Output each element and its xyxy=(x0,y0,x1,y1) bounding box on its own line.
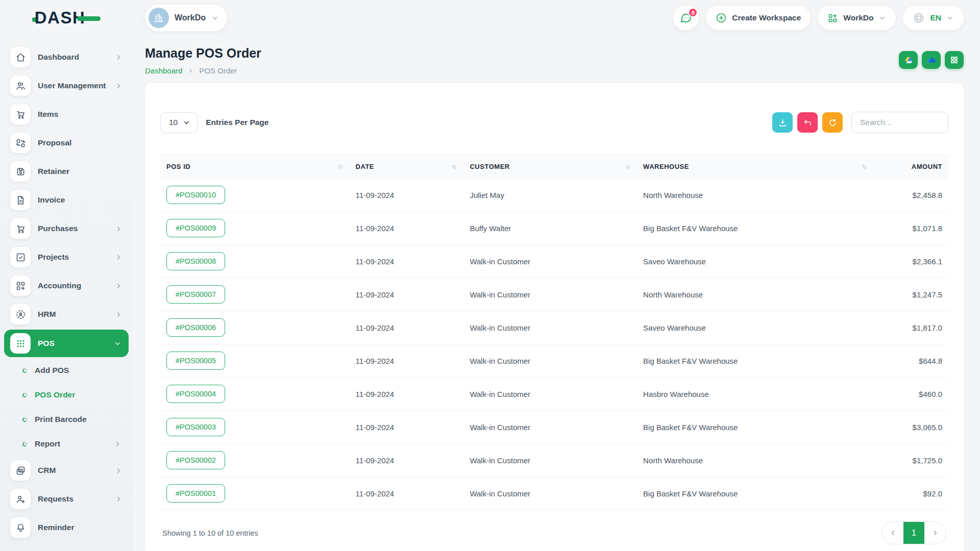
pos-id-link[interactable]: #POS00007 xyxy=(166,285,225,304)
sidebar-item-invoice[interactable]: Invoice xyxy=(0,186,133,214)
column-header-warehouse[interactable]: WAREHOUSE xyxy=(637,155,873,179)
pos-id-cell: #POS00007 xyxy=(160,278,350,311)
onedrive-button[interactable] xyxy=(922,51,941,69)
undo-arrow-icon xyxy=(803,118,813,128)
sidebar-subitem-add-pos[interactable]: Add POS xyxy=(0,358,133,383)
pos-id-link[interactable]: #POS00001 xyxy=(166,484,225,503)
sidebar-subitem-report[interactable]: Report xyxy=(0,432,133,456)
create-workspace-button[interactable]: Create Workspace xyxy=(706,6,811,30)
sidebar-item-proposal[interactable]: Proposal xyxy=(0,129,133,157)
sidebar-item-retainer[interactable]: Retainer xyxy=(0,157,133,186)
pos-id-link[interactable]: #POS00004 xyxy=(166,385,225,403)
create-workspace-label: Create Workspace xyxy=(732,13,801,22)
app-logo[interactable]: DASH xyxy=(0,8,133,28)
warehouse-cell: Big Basket F&V Warehouse xyxy=(637,344,873,378)
customer-cell: Walk-in Customer xyxy=(463,344,637,378)
amount-cell: $1,817.0 xyxy=(873,311,948,344)
customer-cell: Walk-in Customer xyxy=(463,378,637,411)
language-selector[interactable]: EN xyxy=(903,6,964,30)
sort-icon[interactable] xyxy=(625,164,631,170)
table-row: #POS0000311-09-2024Walk-in CustomerBig B… xyxy=(160,411,948,444)
sort-icon[interactable] xyxy=(337,164,344,170)
pos-id-link[interactable]: #POS00003 xyxy=(166,418,225,436)
column-header-customer[interactable]: CUSTOMER xyxy=(463,155,637,179)
chevron-down-icon xyxy=(114,340,121,347)
pos-id-cell: #POS00001 xyxy=(160,477,350,510)
refresh-icon xyxy=(828,118,838,128)
prev-page-button[interactable] xyxy=(882,521,903,544)
sidebar-item-pos[interactable]: POS xyxy=(4,330,129,357)
messages-button[interactable]: 0 xyxy=(673,6,699,30)
date-cell: 11-09-2024 xyxy=(350,344,464,378)
entries-per-page-value: 10 xyxy=(169,118,178,127)
sidebar-item-crm[interactable]: CRM xyxy=(0,456,133,485)
sidebar-item-reminder[interactable]: Reminder xyxy=(0,513,133,542)
page-title: Manage POS Order xyxy=(145,46,261,61)
sidebar-item-items[interactable]: Items xyxy=(0,100,133,129)
date-cell: 11-09-2024 xyxy=(350,179,464,212)
breadcrumb-dashboard-link[interactable]: Dashboard xyxy=(145,66,182,75)
chevron-right-icon xyxy=(115,282,122,290)
sidebar-subitem-pos-order[interactable]: POS Order xyxy=(0,383,133,407)
pos-id-link[interactable]: #POS00002 xyxy=(166,451,225,469)
sidebar: DashboardUser ManagementItemsProposalRet… xyxy=(0,36,133,551)
customer-cell: Juliet May xyxy=(463,179,637,212)
sidebar-item-dashboard[interactable]: Dashboard xyxy=(0,43,133,71)
warehouse-cell: North Warehouse xyxy=(637,444,873,477)
date-cell: 11-09-2024 xyxy=(350,444,464,477)
search-input[interactable] xyxy=(851,112,948,133)
dots-grid-icon xyxy=(10,333,31,354)
column-header-amount[interactable]: AMOUNT xyxy=(873,155,948,179)
messages-badge: 0 xyxy=(688,8,698,17)
sidebar-subitem-print-barcode[interactable]: Print Barcode xyxy=(0,407,133,432)
entries-per-page-select[interactable]: 10 xyxy=(160,112,198,133)
pos-id-link[interactable]: #POS00006 xyxy=(166,318,225,337)
pos-id-link[interactable]: #POS00005 xyxy=(166,352,225,370)
sidebar-subitem-label: Report xyxy=(35,439,114,448)
workspace-menu-button[interactable]: WorkDo xyxy=(818,6,896,30)
sidebar-item-label: Purchases xyxy=(38,224,115,233)
google-drive-button[interactable] xyxy=(899,51,918,69)
warehouse-cell: Saveo Warehouse xyxy=(637,245,873,278)
amount-cell: $1,247.5 xyxy=(873,278,948,311)
warehouse-cell: Saveo Warehouse xyxy=(637,311,873,344)
sidebar-item-label: Proposal xyxy=(38,138,122,147)
onedrive-cloud-icon xyxy=(925,54,937,66)
sidebar-item-accounting[interactable]: Accounting xyxy=(0,271,133,300)
building-icon xyxy=(149,8,169,28)
pos-id-link[interactable]: #POS00010 xyxy=(166,186,225,204)
main-content: Manage POS Order Dashboard POS Order xyxy=(133,36,980,551)
customer-cell: Walk-in Customer xyxy=(463,311,637,344)
sidebar-item-user-management[interactable]: User Management xyxy=(0,71,133,100)
sidebar-item-purchases[interactable]: Purchases xyxy=(0,214,133,243)
pos-id-cell: #POS00003 xyxy=(160,411,350,444)
table-row: #POS0001011-09-2024Juliet MayNorth Wareh… xyxy=(160,179,948,212)
column-header-date[interactable]: DATE xyxy=(350,155,464,179)
warehouse-cell: Big Basket F&V Warehouse xyxy=(637,212,873,245)
breadcrumb-current: POS Order xyxy=(199,66,237,75)
pos-id-cell: #POS00006 xyxy=(160,311,350,344)
grid-view-button[interactable] xyxy=(945,51,964,69)
chevron-down-icon xyxy=(878,14,886,22)
date-cell: 11-09-2024 xyxy=(350,411,464,444)
page-number-button[interactable]: 1 xyxy=(903,521,924,544)
sidebar-item-hrm[interactable]: HRM xyxy=(0,300,133,329)
pos-id-link[interactable]: #POS00009 xyxy=(166,219,225,237)
warehouse-cell: Big Basket F&V Warehouse xyxy=(637,477,873,510)
chevron-right-icon xyxy=(115,467,122,474)
refresh-button[interactable] xyxy=(822,112,843,133)
sidebar-item-projects[interactable]: Projects xyxy=(0,243,133,271)
sidebar-item-label: Dashboard xyxy=(38,53,115,62)
export-button[interactable] xyxy=(772,112,793,133)
sort-icon[interactable] xyxy=(451,164,457,170)
sort-icon[interactable] xyxy=(861,164,867,170)
pos-id-link[interactable]: #POS00008 xyxy=(166,252,225,270)
sidebar-item-requests[interactable]: Requests xyxy=(0,485,133,513)
undo-button[interactable] xyxy=(797,112,818,133)
workspace-selector[interactable]: WorkDo xyxy=(145,5,227,31)
topbar: DASH WorkDo 0 Create Workspace Wo xyxy=(0,0,980,36)
customer-cell: Walk-in Customer xyxy=(463,444,637,477)
next-page-button[interactable] xyxy=(924,521,946,544)
amount-cell: $1,725.0 xyxy=(873,444,948,477)
column-header-pos-id[interactable]: POS ID xyxy=(160,155,350,179)
